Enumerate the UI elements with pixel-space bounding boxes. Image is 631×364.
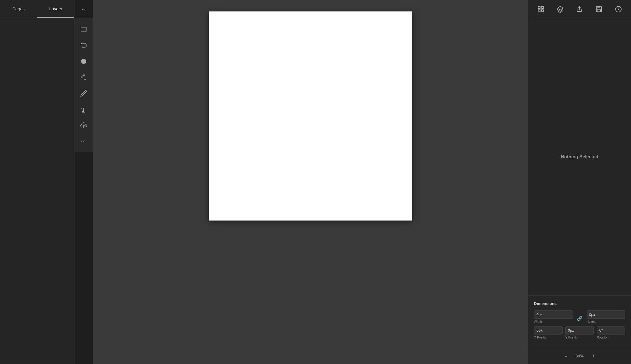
ellipse-tool[interactable] [77,54,91,68]
svg-rect-1 [81,43,86,47]
pen-icon [80,74,87,81]
zoom-decrease-btn[interactable]: - [561,351,571,361]
y-input[interactable] [565,326,594,335]
zoom-increase-label: + [592,353,595,359]
tab-layers-label: Layers [49,6,62,11]
grid-icon [537,6,544,13]
more-tool[interactable]: ⋯ [77,135,91,148]
zoom-increase-btn[interactable]: + [589,351,598,361]
tab-pages-label: Pages [12,6,25,11]
dimensions-section: Dimensions Width 🔗 Height X-Position Y-P… [528,295,631,348]
ellipse-icon [80,58,87,65]
rounded-rect-tool[interactable] [77,38,91,52]
back-button[interactable]: ← [74,0,93,18]
tab-layers[interactable]: Layers [37,0,74,18]
y-label: Y-Position [565,336,594,339]
width-label: Width [534,320,573,323]
rectangle-tool[interactable] [77,22,91,36]
rotation-input[interactable] [597,326,625,335]
pencil-tool[interactable] [77,86,91,100]
save-icon [595,6,602,13]
sidebar-content [0,18,74,364]
svg-rect-0 [81,27,86,31]
link-icon: 🔗 [576,314,584,323]
dimensions-title: Dimensions [534,301,625,306]
x-label: X-Position [534,336,563,339]
text-icon: T [80,106,87,113]
height-input[interactable] [587,310,626,319]
rotation-field: Rotation [597,326,625,339]
height-label: Height [587,320,626,323]
svg-marker-11 [557,6,563,10]
right-sidebar: Nothing Selected Dimensions Width 🔗 Heig… [528,0,631,364]
svg-rect-7 [538,7,540,9]
upload-icon [80,122,87,129]
rectangle-icon [80,26,87,33]
back-arrow-icon: ← [81,6,87,12]
left-sidebar: Pages Layers [0,0,74,364]
info-icon [615,6,622,13]
width-field: Width [534,310,573,323]
x-field: X-Position [534,326,563,339]
tools-panel: T ⋯ [74,18,93,152]
tools-column: ← [74,0,93,364]
svg-point-2 [81,59,86,64]
text-tool[interactable]: T [77,103,91,116]
tab-pages[interactable]: Pages [0,0,37,18]
share-icon [576,6,583,13]
svg-rect-8 [541,7,543,9]
width-input[interactable] [534,310,573,319]
zoom-decrease-label: - [565,353,567,359]
svg-rect-10 [541,10,543,12]
canvas-area [93,0,528,364]
pen-tool[interactable] [77,70,91,84]
canvas-page [209,11,412,221]
x-input[interactable] [534,326,563,335]
rotation-label: Rotation [597,336,625,339]
pencil-icon [80,90,87,97]
info-icon-btn[interactable] [612,2,625,16]
position-row: X-Position Y-Position Rotation [534,326,625,339]
grid-icon-btn[interactable] [534,2,548,16]
more-dots-icon: ⋯ [81,138,87,145]
height-field: Height [587,310,626,323]
save-icon-btn[interactable] [592,2,606,16]
sidebar-tabs: Pages Layers [0,0,74,18]
right-main: Nothing Selected [528,18,631,295]
share-icon-btn[interactable] [573,2,586,16]
nothing-selected-label: Nothing Selected [561,154,598,160]
svg-rect-9 [538,10,540,12]
svg-text:T: T [81,107,85,113]
zoom-footer: - 84% + [528,348,631,364]
layers-icon [557,6,564,13]
width-height-row: Width 🔗 Height [534,310,625,323]
upload-tool[interactable] [77,119,91,132]
right-toolbar [528,0,631,18]
rounded-rect-icon [80,42,87,49]
layers-icon-btn[interactable] [553,2,567,16]
zoom-value: 84% [574,354,585,358]
y-field: Y-Position [565,326,594,339]
